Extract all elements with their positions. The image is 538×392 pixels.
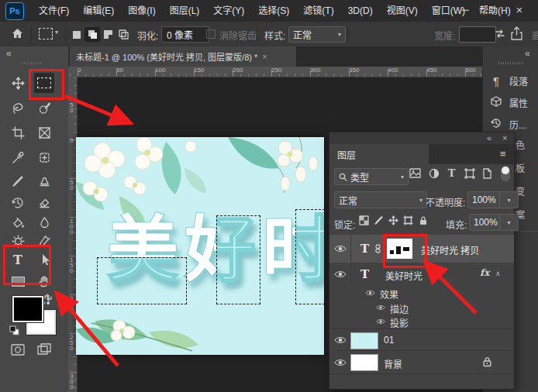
filter-type-layers-icon[interactable]: T	[445, 167, 458, 180]
opacity-dropdown-icon[interactable]: ▾	[499, 191, 519, 208]
width-input[interactable]	[459, 26, 496, 43]
panel-button-properties[interactable]: 属性	[483, 91, 538, 113]
eraser-tool[interactable]	[34, 192, 54, 212]
fx-badge[interactable]: fx	[480, 267, 489, 278]
crop-tool[interactable]	[8, 122, 28, 143]
filter-pixel-layers-icon[interactable]	[409, 167, 422, 180]
type-layer-thumbnail[interactable]: T	[360, 242, 369, 256]
lock-transparency-icon[interactable]	[357, 214, 371, 227]
lock-artboard-icon[interactable]	[402, 214, 415, 227]
selection-mode-add[interactable]	[85, 28, 99, 41]
filter-toggle[interactable]	[501, 166, 510, 181]
search-icon	[339, 173, 347, 181]
tab-close-icon[interactable]: ×	[262, 52, 267, 61]
menu-file[interactable]: 文件(F)	[32, 0, 76, 22]
filter-adjustment-layers-icon[interactable]	[427, 167, 440, 180]
fx-collapse-icon[interactable]: ∧	[495, 270, 501, 277]
layer-name[interactable]: 美好时光 拷贝	[421, 243, 479, 256]
frame-tool[interactable]	[34, 122, 54, 143]
layer-filter-select[interactable]: 类型 ▾	[334, 168, 409, 185]
chevron-down-icon: ▾	[401, 174, 404, 181]
visibility-toggle[interactable]	[329, 329, 351, 350]
marquee-tool-preset-icon[interactable]	[39, 28, 53, 40]
eye-icon[interactable]	[376, 304, 385, 311]
effect-row-stroke[interactable]: 描边	[329, 301, 514, 315]
antialias-checkbox[interactable]	[206, 29, 216, 39]
paint-bucket-tool[interactable]	[8, 212, 28, 232]
layer-name[interactable]: 背景	[384, 357, 402, 370]
home-icon[interactable]	[11, 27, 24, 43]
spot-healing-tool[interactable]	[34, 147, 54, 167]
panel-menu-icon[interactable]: ≡	[500, 148, 506, 160]
blend-mode-select[interactable]: 正常 ▾	[334, 191, 427, 208]
effect-label: 投影	[390, 316, 409, 329]
foreground-color-swatch[interactable]	[12, 296, 43, 322]
filter-smart-objects-icon[interactable]	[481, 167, 494, 180]
default-colors-icon[interactable]	[9, 325, 20, 339]
menu-3d[interactable]: 3D(D)	[341, 0, 380, 22]
selection-mode-new[interactable]	[70, 28, 84, 41]
tool-preset-chevron-icon[interactable]: ▾	[55, 29, 58, 36]
collapse-dock-icon[interactable]: «	[525, 48, 530, 59]
clone-stamp-tool[interactable]	[34, 170, 54, 191]
visibility-toggle[interactable]	[329, 263, 351, 286]
layer-thumbnail[interactable]	[350, 332, 378, 349]
collapse-toolbar-icon[interactable]: «	[6, 48, 12, 59]
horizontal-ruler[interactable]: 0 50 100 150 200 250 300 350 400 450 500	[68, 67, 482, 77]
layer-row[interactable]: 01	[329, 329, 514, 350]
feather-input[interactable]: 0 像素	[161, 26, 209, 43]
type-layer-thumbnail[interactable]: T	[360, 267, 369, 281]
layer-thumbnail[interactable]	[350, 354, 378, 371]
menu-view[interactable]: 视图(V)	[380, 0, 425, 22]
menu-type[interactable]: 文字(Y)	[206, 0, 251, 22]
menu-layer[interactable]: 图层(L)	[163, 0, 207, 22]
photoshop-logo-icon[interactable]: Ps	[5, 2, 24, 20]
blur-tool[interactable]	[34, 212, 54, 232]
filter-shape-layers-icon[interactable]	[463, 167, 476, 180]
eyedropper-tool[interactable]	[8, 147, 28, 167]
close-button[interactable]: ×	[506, 0, 533, 22]
menu-image[interactable]: 图像(I)	[121, 0, 162, 22]
history-brush-tool[interactable]	[8, 192, 28, 212]
quick-selection-tool[interactable]	[34, 98, 54, 118]
style-select[interactable]: 正常 ▾	[288, 26, 346, 43]
menu-filter[interactable]: 滤镜(T)	[296, 0, 340, 22]
lasso-tool[interactable]	[8, 98, 28, 118]
layer-name[interactable]: 01	[384, 335, 394, 346]
fill-dropdown-icon[interactable]: ▾	[499, 214, 519, 231]
eye-icon[interactable]	[365, 290, 375, 296]
brush-tool[interactable]	[8, 170, 28, 191]
menu-select[interactable]: 选择(S)	[251, 0, 296, 22]
maximize-button[interactable]: □	[479, 0, 505, 22]
move-tool[interactable]	[8, 73, 28, 93]
effects-row[interactable]: 效果	[329, 286, 514, 301]
visibility-toggle[interactable]	[329, 235, 351, 263]
layer-row-background[interactable]: 背景	[329, 351, 514, 373]
layer-name[interactable]: 美好时光	[385, 269, 422, 282]
lock-pixels-icon[interactable]	[372, 214, 385, 227]
document-canvas[interactable]: 美好时光 美好时光 美好时光 美好时光 美好时光	[76, 137, 324, 355]
screen-mode-icon[interactable]	[34, 339, 54, 359]
selection-mode-intersect[interactable]	[116, 28, 130, 41]
close-panel-icon[interactable]: ×	[502, 133, 507, 143]
quick-mask-icon[interactable]	[8, 339, 28, 359]
visibility-toggle[interactable]	[329, 351, 351, 373]
swap-dimensions-icon[interactable]	[495, 29, 505, 41]
effect-row-shadow[interactable]: 投影	[329, 315, 514, 328]
share-icon[interactable]	[510, 26, 523, 43]
lock-position-icon[interactable]	[387, 214, 400, 227]
tab-layers[interactable]: 图层	[329, 144, 429, 164]
paragraph-icon: ¶	[483, 74, 509, 88]
panel-button-history[interactable]: 历...	[483, 113, 538, 135]
swap-colors-icon[interactable]	[43, 293, 53, 304]
annotation-box-marquee-tool	[29, 69, 64, 100]
minimize-button[interactable]: ─	[452, 0, 478, 22]
panel-button-paragraph[interactable]: ¶ 段落	[483, 70, 538, 91]
menu-edit[interactable]: 编辑(E)	[76, 0, 121, 22]
document-tab[interactable]: 未标题-1 @ 100% (美好时光 拷贝, 图层蒙版/8) * ×	[70, 46, 296, 67]
lock-all-icon[interactable]	[416, 214, 429, 227]
eye-icon[interactable]	[376, 318, 385, 325]
ruler-label: 150	[68, 256, 75, 273]
collapse-panel-icon[interactable]: «	[487, 133, 491, 143]
selection-mode-subtract[interactable]	[101, 28, 115, 41]
